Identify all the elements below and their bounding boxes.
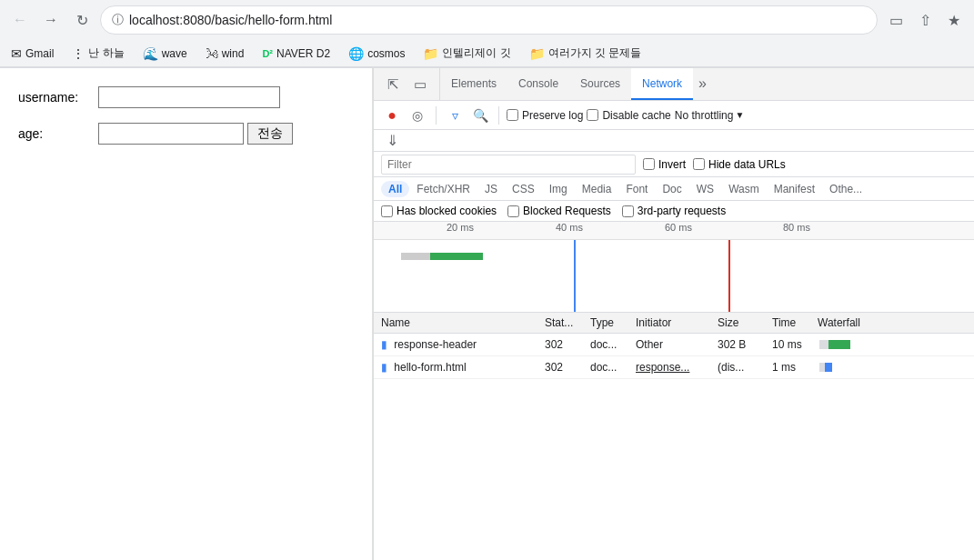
type-btn-media[interactable]: Media <box>575 181 619 197</box>
timeline-bar-response-header <box>401 253 483 260</box>
browser-chrome: ← → ↻ ⓘ localhost:8080/basic/hello-form.… <box>0 0 974 68</box>
bookmark-gmail[interactable]: ✉ Gmail <box>7 45 57 63</box>
nanhaul-icon: ⋮ <box>72 46 85 61</box>
bookmark-naver[interactable]: D² NAVER D2 <box>258 45 334 62</box>
cell-size-2: (dis... <box>710 356 765 379</box>
timeline-area: 20 ms 40 ms 60 ms 80 ms <box>374 222 974 313</box>
timeline-blue-line <box>574 240 576 313</box>
reload-button[interactable]: ↻ <box>69 7 95 33</box>
username-input[interactable] <box>98 86 280 108</box>
type-btn-fetch[interactable]: Fetch/XHR <box>409 181 477 197</box>
third-party-requests-checkbox[interactable]: 3rd-party requests <box>622 205 726 217</box>
type-btn-wasm[interactable]: Wasm <box>721 181 767 197</box>
address-bar[interactable]: ⓘ localhost:8080/basic/hello-form.html <box>100 5 878 35</box>
filter-input[interactable] <box>381 155 636 175</box>
record-button[interactable]: ● <box>381 105 403 126</box>
submit-button[interactable]: 전송 <box>247 123 293 145</box>
bookmark-cosmos[interactable]: 🌐 cosmos <box>345 45 408 63</box>
col-header-type[interactable]: Type <box>583 313 628 334</box>
col-header-name[interactable]: Name <box>374 313 537 334</box>
waterfall-bar-2 <box>818 360 967 375</box>
requests-tbody: ▮ response-header 302 doc... Other 302 B… <box>374 334 974 379</box>
device-toolbar-button[interactable]: ▭ <box>408 73 432 96</box>
tab-console[interactable]: Console <box>507 68 569 100</box>
type-btn-js[interactable]: JS <box>477 181 505 197</box>
cell-size-1: 302 B <box>710 334 765 356</box>
tab-elements[interactable]: Elements <box>440 68 507 100</box>
wf-gray-1 <box>819 340 828 349</box>
bookmark-nanhaul-label: 난 하늘 <box>88 45 124 61</box>
age-input[interactable] <box>98 123 244 145</box>
type-btn-img[interactable]: Img <box>542 181 575 197</box>
tab-sources[interactable]: Sources <box>569 68 631 100</box>
type-btn-all[interactable]: All <box>381 181 409 197</box>
bookmark-button[interactable]: ★ <box>941 7 967 33</box>
type-btn-ws[interactable]: WS <box>689 181 721 197</box>
col-header-status[interactable]: Stat... <box>537 313 583 334</box>
col-header-time[interactable]: Time <box>765 313 810 334</box>
type-btn-font[interactable]: Font <box>618 181 655 197</box>
cast-button[interactable]: ▭ <box>883 7 909 33</box>
search-button[interactable]: 🔍 <box>469 105 491 126</box>
inspect-element-button[interactable]: ⇱ <box>381 73 405 96</box>
cell-time-2: 1 ms <box>765 356 810 379</box>
download-row: ⇓ <box>374 130 974 152</box>
folder-icon-1: 📁 <box>423 46 438 61</box>
username-label: username: <box>18 90 91 105</box>
type-btn-doc[interactable]: Doc <box>655 181 688 197</box>
share-button[interactable]: ⇧ <box>912 7 938 33</box>
hide-data-urls-checkbox[interactable]: Hide data URLs <box>693 158 786 171</box>
col-header-size[interactable]: Size <box>710 313 765 334</box>
gmail-icon: ✉ <box>11 46 22 61</box>
table-row[interactable]: ▮ hello-form.html 302 doc... response...… <box>374 356 974 379</box>
disable-cache-checkbox[interactable]: Disable cache <box>587 109 670 122</box>
tab-more[interactable]: » <box>693 68 712 100</box>
main-area: username: age: 전송 ⇱ ▭ Elements Console <box>0 68 974 560</box>
cell-name-2: ▮ hello-form.html <box>374 356 537 379</box>
blocked-requests-checkbox[interactable]: Blocked Requests <box>507 205 611 217</box>
type-btn-css[interactable]: CSS <box>505 181 542 197</box>
bookmark-wind[interactable]: 🌬 wind <box>202 45 248 63</box>
col-header-waterfall[interactable]: Waterfall <box>810 313 974 334</box>
bookmark-wind-label: wind <box>222 47 245 60</box>
cell-time-1: 10 ms <box>765 334 810 356</box>
naver-icon: D² <box>262 48 273 59</box>
bookmark-nanhaul[interactable]: ⋮ 난 하늘 <box>68 44 127 63</box>
forward-button[interactable]: → <box>38 7 64 33</box>
table-header-row: Name Stat... Type Initiator Size Time Wa… <box>374 313 974 334</box>
filter-checkboxes: Has blocked cookies Blocked Requests 3rd… <box>374 201 974 222</box>
col-header-initiator[interactable]: Initiator <box>628 313 710 334</box>
download-icon[interactable]: ⇓ <box>381 130 404 151</box>
requests-table: Name Stat... Type Initiator Size Time Wa… <box>374 313 974 379</box>
cell-waterfall-2 <box>810 356 974 379</box>
cell-initiator-1: Other <box>628 334 710 356</box>
page-content: username: age: 전송 <box>0 68 373 560</box>
timeline-marker-60: 60 ms <box>665 222 692 233</box>
tab-network[interactable]: Network <box>631 68 693 100</box>
filter-button[interactable]: ▿ <box>444 105 466 126</box>
wave-icon: 🌊 <box>143 46 158 61</box>
bookmark-git-misc-label: 여러가지 깃 문제들 <box>548 45 642 61</box>
type-btn-manifest[interactable]: Manifest <box>767 181 822 197</box>
folder-icon-2: 📁 <box>529 46 545 61</box>
preserve-log-checkbox[interactable]: Preserve log <box>507 109 583 122</box>
nav-bar: ← → ↻ ⓘ localhost:8080/basic/hello-form.… <box>0 0 974 40</box>
bookmark-intellij[interactable]: 📁 인텔리제이 깃 <box>419 44 514 63</box>
cell-status-1: 302 <box>537 334 583 356</box>
type-btn-other[interactable]: Othe... <box>822 181 869 197</box>
doc-icon-1: ▮ <box>381 338 387 351</box>
throttle-select[interactable]: No throttling ▼ <box>675 109 745 122</box>
wf-blue-2 <box>825 363 832 372</box>
bookmark-naver-label: NAVER D2 <box>276 47 330 60</box>
back-button[interactable]: ← <box>7 7 33 33</box>
bookmark-git-misc[interactable]: 📁 여러가지 깃 문제들 <box>526 44 646 63</box>
cell-type-1: doc... <box>583 334 628 356</box>
invert-checkbox[interactable]: Invert <box>643 158 686 171</box>
bookmark-wave[interactable]: 🌊 wave <box>139 45 191 63</box>
age-row: age: 전송 <box>18 123 354 145</box>
table-row[interactable]: ▮ response-header 302 doc... Other 302 B… <box>374 334 974 356</box>
has-blocked-cookies-checkbox[interactable]: Has blocked cookies <box>381 205 497 217</box>
clear-button[interactable]: ◎ <box>407 105 428 126</box>
devtools-tabbar: ⇱ ▭ Elements Console Sources Network » <box>374 68 974 101</box>
timeline-marker-80: 80 ms <box>783 222 810 233</box>
